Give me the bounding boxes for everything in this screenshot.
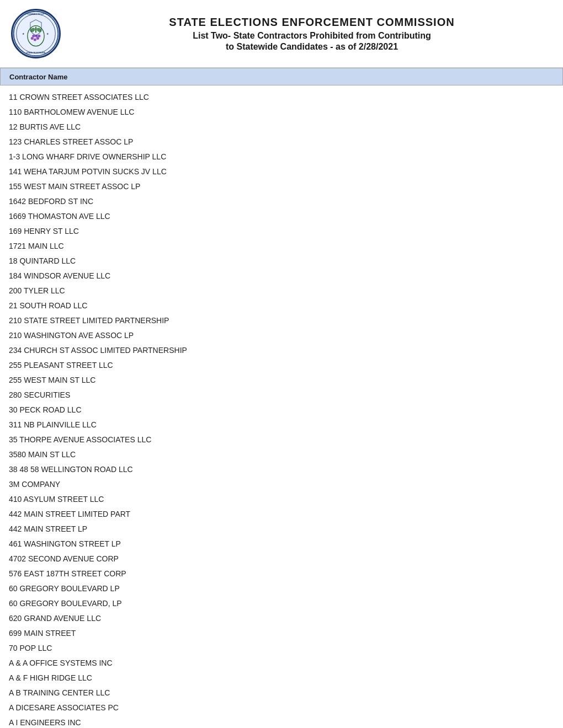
list-item: 184 WINDSOR AVENUE LLC — [9, 269, 554, 283]
list-item: 21 SOUTH ROAD LLC — [9, 298, 554, 313]
contractor-name-column-header: Contractor Name — [9, 73, 67, 81]
list-item: 3M COMPANY — [9, 477, 554, 492]
list-item: 311 NB PLAINVILLE LLC — [9, 417, 554, 432]
list-item: 1642 BEDFORD ST INC — [9, 194, 554, 209]
list-item: 110 BARTHOLOMEW AVENUE LLC — [9, 105, 554, 120]
logo-container: CONNECTICUT STATE ELECTIONS ★ ★ — [11, 9, 61, 58]
list-item: 255 PLEASANT STREET LLC — [9, 358, 554, 373]
list-item: 60 GREGORY BOULEVARD, LP — [9, 596, 554, 611]
page-title: STATE ELECTIONS ENFORCEMENT COMMISSION — [72, 16, 552, 29]
list-item: 35 THORPE AVENUE ASSOCIATES LLC — [9, 432, 554, 447]
list-item: 3580 MAIN ST LLC — [9, 447, 554, 462]
list-item: 30 PECK ROAD LLC — [9, 403, 554, 417]
page-subtitle2: to Statewide Candidates - as of 2/28/202… — [72, 42, 552, 52]
list-item: 210 WASHINGTON AVE ASSOC LP — [9, 328, 554, 343]
list-item: 200 TYLER LLC — [9, 283, 554, 298]
list-item: 11 CROWN STREET ASSOCIATES LLC — [9, 90, 554, 105]
list-item: 169 HENRY ST LLC — [9, 224, 554, 239]
list-item: 620 GRAND AVENUE LLC — [9, 611, 554, 626]
list-item: 255 WEST MAIN ST LLC — [9, 373, 554, 388]
svg-point-3 — [31, 37, 34, 40]
list-item: 1669 THOMASTON AVE LLC — [9, 209, 554, 224]
list-item: 123 CHARLES STREET ASSOC LP — [9, 135, 554, 149]
list-item: 1721 MAIN LLC — [9, 239, 554, 254]
page-subtitle1: List Two- State Contractors Prohibited f… — [72, 31, 552, 41]
list-item: 410 ASYLUM STREET LLC — [9, 492, 554, 507]
list-item: A & A OFFICE SYSTEMS INC — [9, 656, 554, 671]
svg-point-0 — [14, 12, 59, 56]
svg-text:STATE ELECTIONS: STATE ELECTIONS — [26, 52, 46, 54]
list-item: 442 MAIN STREET LP — [9, 522, 554, 537]
svg-point-8 — [38, 35, 40, 38]
svg-text:CONNECTICUT: CONNECTICUT — [28, 13, 45, 15]
svg-point-4 — [34, 38, 36, 41]
list-item: 18 QUINTARD LLC — [9, 254, 554, 269]
list-item: A DICESARE ASSOCIATES PC — [9, 700, 554, 715]
header-text-block: STATE ELECTIONS ENFORCEMENT COMMISSION L… — [72, 16, 552, 52]
svg-point-5 — [36, 37, 39, 40]
list-item: 210 STATE STREET LIMITED PARTNERSHIP — [9, 313, 554, 328]
contractor-list: 11 CROWN STREET ASSOCIATES LLC110 BARTHO… — [0, 85, 563, 728]
list-item: 60 GREGORY BOULEVARD LP — [9, 581, 554, 596]
list-item: 12 BURTIS AVE LLC — [9, 120, 554, 135]
list-item: 234 CHURCH ST ASSOC LIMITED PARTNERSHIP — [9, 343, 554, 358]
list-item: 280 SECURITIES — [9, 388, 554, 403]
list-item: 461 WASHINGTON STREET LP — [9, 537, 554, 552]
list-item: 4702 SECOND AVENUE CORP — [9, 552, 554, 566]
list-item: A I ENGINEERS INC — [9, 715, 554, 728]
list-item: 155 WEST MAIN STREET ASSOC LP — [9, 179, 554, 194]
state-seal: CONNECTICUT STATE ELECTIONS ★ ★ — [11, 9, 61, 58]
list-item: 576 EAST 187TH STREET CORP — [9, 566, 554, 581]
list-item: 70 POP LLC — [9, 641, 554, 656]
list-item: 141 WEHA TARJUM POTVIN SUCKS JV LLC — [9, 164, 554, 179]
list-item: 699 MAIN STREET — [9, 626, 554, 641]
list-item: A & F HIGH RIDGE LLC — [9, 671, 554, 686]
column-header-row: Contractor Name — [0, 68, 563, 85]
list-item: 442 MAIN STREET LIMITED PART — [9, 507, 554, 522]
list-item: 38 48 58 WELLINGTON ROAD LLC — [9, 462, 554, 477]
list-item: 1-3 LONG WHARF DRIVE OWNERSHIP LLC — [9, 149, 554, 164]
page-header: CONNECTICUT STATE ELECTIONS ★ ★ STATE EL… — [0, 0, 563, 68]
list-item: A B TRAINING CENTER LLC — [9, 686, 554, 700]
